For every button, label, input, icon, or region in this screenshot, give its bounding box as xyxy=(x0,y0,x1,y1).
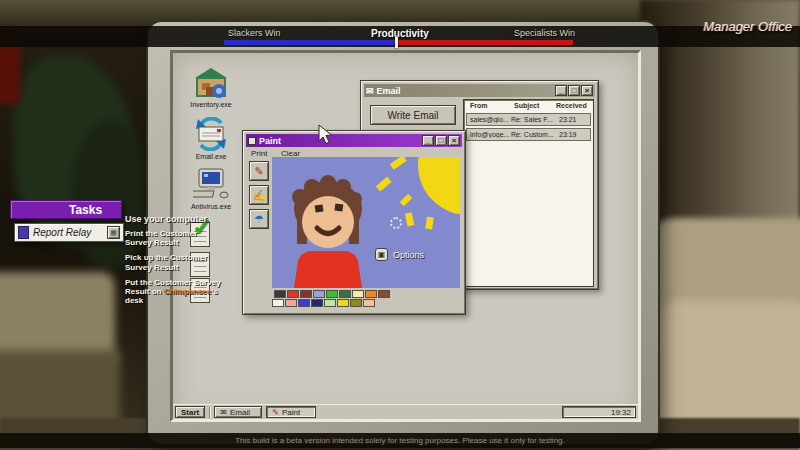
paint-app-icon xyxy=(248,137,256,145)
color-swatch[interactable] xyxy=(272,299,284,307)
envelope-icon: ✉ xyxy=(220,408,227,417)
objective-header: Use your computer xyxy=(125,214,221,224)
column-header-from: From xyxy=(470,102,488,109)
email-from: sales@glo... xyxy=(467,116,511,123)
email-window-titlebar[interactable]: ✉ Email _ □ × xyxy=(364,84,595,97)
beta-banner: This build is a beta version intended so… xyxy=(0,433,800,448)
email-window-title: Email xyxy=(377,86,401,96)
specialists-progress xyxy=(396,40,573,45)
color-swatch[interactable] xyxy=(337,299,349,307)
color-swatch[interactable] xyxy=(326,290,338,298)
options-key-icon[interactable]: ▣ xyxy=(375,248,388,261)
desktop-icon-antivirus[interactable]: Antivirus.exe xyxy=(189,167,233,210)
eraser-tool[interactable]: ✍ xyxy=(249,185,269,205)
desktop-icon-label: Inventory.exe xyxy=(189,101,233,108)
desktop-icon-inventory[interactable]: Inventory.exe xyxy=(189,67,233,108)
paint-window-title: Paint xyxy=(259,136,281,146)
options-label: Options xyxy=(393,250,424,260)
minimize-button[interactable]: _ xyxy=(422,135,434,146)
slackers-win-label: Slackers Win xyxy=(228,28,281,38)
color-swatch[interactable] xyxy=(313,290,325,298)
email-row[interactable]: sales@glo... Re: Sales F... 23:21 xyxy=(466,113,591,126)
taskbar-paint-button[interactable]: ✎ Paint xyxy=(266,406,316,418)
taskbar-email-button[interactable]: ✉ Email xyxy=(214,406,262,418)
tasks-panel-header: Tasks xyxy=(10,200,122,219)
productivity-label: Productivity xyxy=(371,28,429,39)
email-row[interactable]: info@yoge... Re: Custom... 23:19 xyxy=(466,128,591,141)
color-swatch[interactable] xyxy=(324,299,336,307)
slackers-progress xyxy=(224,40,396,45)
inventory-icon xyxy=(194,67,228,99)
brush-icon: ✎ xyxy=(272,408,279,417)
email-subject: Re: Sales F... xyxy=(511,116,559,123)
color-swatch[interactable] xyxy=(339,290,351,298)
paint-window: Paint _ □ × Print Clear ✎ ✍ ☂ xyxy=(242,130,466,315)
pencil-tool[interactable]: ✎ xyxy=(249,161,269,181)
task-color-chip xyxy=(18,226,29,239)
color-swatch[interactable] xyxy=(300,290,312,298)
productivity-progress xyxy=(224,40,573,45)
color-swatch[interactable] xyxy=(363,299,375,307)
color-swatch[interactable] xyxy=(365,290,377,298)
desktop-icon-email[interactable]: Email.exe xyxy=(189,117,233,160)
email-list: From Subject Received sales@glo... Re: S… xyxy=(463,99,594,287)
column-header-subject: Subject xyxy=(514,102,539,109)
close-button[interactable]: × xyxy=(581,85,593,96)
desktop-icon-label: Antivirus.exe xyxy=(189,203,233,210)
maximize-button[interactable]: □ xyxy=(435,135,447,146)
desktop-icon-label: Email.exe xyxy=(189,153,233,160)
color-swatch[interactable] xyxy=(287,290,299,298)
objective-item: Pick up the Customer Survey Result xyxy=(125,253,221,271)
fill-tool[interactable]: ☂ xyxy=(249,209,269,229)
antivirus-icon xyxy=(193,167,229,201)
beta-banner-text: This build is a beta version intended so… xyxy=(235,436,565,445)
minimize-button[interactable]: _ xyxy=(555,85,567,96)
paint-canvas[interactable] xyxy=(272,157,460,288)
objectives-list: Use your computer Print the Customer Sur… xyxy=(125,214,221,311)
email-subject: Re: Custom... xyxy=(511,131,559,138)
close-button[interactable]: × xyxy=(448,135,460,146)
menu-print[interactable]: Print xyxy=(251,149,267,158)
game-scene: Inventory.exe Email.exe xyxy=(0,0,800,450)
paint-window-titlebar[interactable]: Paint _ □ × xyxy=(246,134,462,147)
task-pin-button[interactable]: ▦ xyxy=(107,226,120,239)
taskbar-divider xyxy=(209,407,210,418)
specialists-win-label: Specialists Win xyxy=(514,28,575,38)
taskbar-clock: 19:32 xyxy=(562,406,636,418)
tasks-title: Tasks xyxy=(69,203,102,217)
color-swatch[interactable] xyxy=(311,299,323,307)
email-from: info@yoge... xyxy=(467,131,511,138)
color-swatch[interactable] xyxy=(378,290,390,298)
maximize-button[interactable]: □ xyxy=(568,85,580,96)
computer-screen: Inventory.exe Email.exe xyxy=(170,50,641,422)
location-label: Manager Office xyxy=(703,19,792,34)
aim-reticle xyxy=(390,217,402,229)
objective-item-final: Put the Customer Survey Result on Chimpa… xyxy=(125,278,221,306)
objective-target-name: Chimpansee xyxy=(164,287,212,296)
options-prompt: ▣ Options xyxy=(375,248,424,261)
active-task-row[interactable]: Report Relay ▦ xyxy=(14,223,124,242)
column-header-received: Received xyxy=(556,102,587,109)
color-swatch[interactable] xyxy=(350,299,362,307)
color-swatch[interactable] xyxy=(298,299,310,307)
start-button[interactable]: Start xyxy=(175,406,205,418)
color-swatch[interactable] xyxy=(352,290,364,298)
active-task-name: Report Relay xyxy=(33,227,91,238)
email-received: 23:19 xyxy=(559,131,577,138)
objective-item: Print the Customer Survey Result xyxy=(125,229,221,247)
envelope-icon: ✉ xyxy=(366,86,374,96)
email-received: 23:21 xyxy=(559,116,577,123)
color-swatch[interactable] xyxy=(274,290,286,298)
productivity-bar: Slackers Win Productivity Specialists Wi… xyxy=(0,26,800,47)
write-email-button[interactable]: Write Email xyxy=(370,105,456,125)
color-swatch[interactable] xyxy=(285,299,297,307)
progress-marker xyxy=(395,37,398,48)
taskbar: Start ✉ Email ✎ Paint 19:32 xyxy=(173,404,638,419)
email-icon xyxy=(193,117,229,151)
mouse-cursor xyxy=(318,124,333,145)
